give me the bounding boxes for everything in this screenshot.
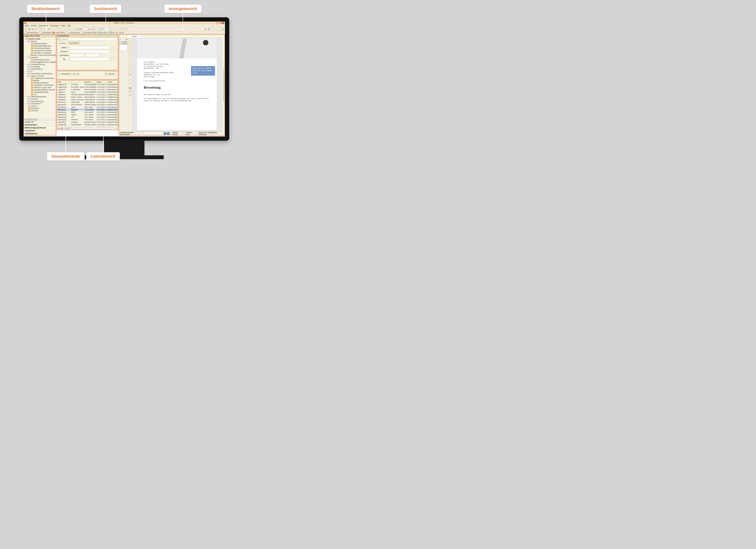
filter-inbearbeitung[interactable]: in Bearbeitung (66, 32, 80, 34)
page-number-input[interactable] (83, 28, 87, 30)
table-row[interactable]: BewerbungVittArno.Abend14.01.2021 10:3Be… (57, 116, 118, 118)
field-remove-button[interactable]: − (114, 58, 116, 61)
toolbar-lock-icon[interactable]: 🔒 (221, 28, 224, 31)
toolbar-undo-icon[interactable]: ↶ (56, 28, 59, 31)
close-thumb-icon[interactable]: ✕ (120, 38, 121, 40)
menu-hilfe[interactable]: Hilfe (67, 25, 70, 27)
tab-standard[interactable]: Standard (57, 42, 68, 45)
field-remove-button[interactable]: − (114, 46, 116, 49)
toolbar-icon[interactable]: ✉ (124, 28, 127, 31)
viewer-side-tabs[interactable]: Voransicht Volltext History Kommentare (222, 38, 225, 132)
menu-werkzeuge[interactable]: Werkzeuge (50, 25, 59, 27)
link-bezahlde[interactable]: 🌐 bezahl.de (98, 32, 108, 34)
cursor-icon[interactable]: ↖ (129, 38, 132, 41)
toolbar-print-icon[interactable]: 🖶 (48, 28, 51, 31)
crop-icon[interactable]: ◫ (129, 49, 132, 52)
tree-node[interactable]: ▾Lager & Versand (24, 75, 56, 77)
zoom-input[interactable] (99, 28, 108, 30)
toolbar-icon[interactable]: ☰ (24, 28, 27, 31)
note-icon[interactable]: 🗒 (129, 52, 132, 55)
zoom-icon[interactable]: 🔍 (129, 94, 132, 97)
grid-header[interactable]: Benutzer (84, 80, 96, 83)
bottom-section-item[interactable]: Arbeitsplatz (1) (24, 132, 56, 135)
menu-datei[interactable]: Datei (25, 25, 29, 27)
pen-icon[interactable]: ✎ (129, 66, 132, 69)
arrow-icon[interactable]: ↗ (129, 70, 132, 72)
tree-node[interactable]: ▸Öffentlichkeitsarbeit (24, 96, 56, 98)
table-row[interactable]: Angebot Mic IndustriesFiona.Fabelhaft14.… (57, 88, 118, 91)
document-canvas[interactable]: Bewerberin reicht weitere Unterlagen nac… (132, 38, 222, 132)
tree-node[interactable]: Belege (24, 79, 56, 82)
table-row[interactable]: Angebot Vng Inc.Fiona.Fabelhaft14.01.202… (57, 91, 118, 93)
viewer-search-next[interactable]: ↓ (164, 132, 166, 135)
bottom-section-item[interactable]: Wiedervorlage (3) Neu (3) (24, 126, 56, 129)
table-row[interactable]: ArbeitsvertTanja HaberDavid.Daberto14.01… (57, 101, 118, 103)
text-icon[interactable]: T (129, 63, 132, 65)
table-row[interactable]: BewerbungWeißArno.Abend14.01.2021 10:3Be… (57, 111, 118, 113)
bottom-section-item[interactable]: Lesezeichen (24, 129, 56, 132)
archive-tree[interactable]: ▾Muster GmbH ▾EinkaufEinkaufsanfragenEin… (24, 37, 56, 118)
highlight-icon[interactable]: ▭ (129, 56, 132, 59)
table-row[interactable]: ArbeitsvertMarkus HermannDavid.Daberto14… (57, 98, 118, 101)
tree-node[interactable]: ▸Shareholders (24, 102, 56, 105)
table-row[interactable]: Angebot Haor GmbHFiona.Fabelhaft14.01.20… (57, 83, 118, 86)
field-benutzer-dropdown[interactable]: ▾ (110, 50, 113, 53)
field-benutzer-input[interactable] (70, 50, 110, 53)
tree-node[interactable]: Versanddokumente (24, 91, 56, 93)
field-add-button[interactable]: + (110, 46, 113, 49)
table-row[interactable]: BewerbungHermannArno.Abend14.01.2021 10:… (57, 118, 118, 121)
tree-node[interactable]: Einkaufsbestätigungen (24, 45, 56, 47)
tree-node[interactable]: Qualitätszertifikate-Material (24, 89, 56, 91)
tree-node[interactable]: ▸IT (24, 70, 56, 72)
field-typ-label[interactable]: Typ (59, 58, 69, 61)
tree-hscrollbar[interactable] (24, 118, 56, 120)
toolbar-zoom-fit-icon[interactable]: ▭ (109, 28, 112, 31)
field-typ-input[interactable] (70, 58, 110, 61)
search-button[interactable]: ▶Suchen (105, 72, 116, 75)
toolbar-icon[interactable]: ⎙ (66, 28, 70, 31)
save-icon[interactable]: 💾 (129, 87, 132, 90)
toolbar-nav-next-icon[interactable]: ▶ (92, 28, 95, 31)
tree-node[interactable]: Ausgehende Lieferscheine (24, 77, 56, 79)
toolbar-search-icon[interactable]: 🔍 (39, 28, 43, 31)
redo-icon[interactable]: ↷ (129, 82, 132, 85)
viewer-search-prev[interactable]: ↑ (167, 132, 169, 135)
bottom-section-item[interactable]: Importer (0) (24, 121, 56, 123)
tree-node[interactable]: Einkaufsbestellungen (24, 47, 56, 49)
tree-node[interactable]: Verträge & Rahmenvereinbarungen (24, 54, 56, 56)
tree-node[interactable]: ▸Vertrieb (24, 105, 56, 107)
sticky-note[interactable]: Bewerberin reicht weitere Unterlagen nac… (191, 66, 215, 75)
tree-node[interactable]: Eingehende Lieferscheine (24, 84, 56, 86)
table-row[interactable]: KonfiguratioasermaschineGünther.Grantelh… (57, 123, 118, 126)
filter-originaldatei[interactable]: Originaldatei (39, 32, 52, 34)
bottom-section-item[interactable]: Administration (24, 123, 56, 126)
chk-anfang[interactable] (196, 132, 198, 134)
table-row[interactable]: ArbeitsvertMarius CramerDavid.Daberto14.… (57, 96, 118, 98)
tree-node[interactable]: unverteilt (24, 109, 56, 112)
field-volltext-input[interactable] (70, 46, 110, 49)
grid-scroll-up[interactable]: ▴ (115, 127, 117, 129)
table-row[interactable]: Angebot Maeto Gmbh - KopieFiona.Fabelhaf… (57, 86, 118, 88)
tree-node[interactable]: Einkaufsanfragen (24, 42, 56, 45)
tree-node[interactable]: Preislisten & Angebote (24, 52, 56, 54)
tree-node[interactable]: Material & Lager Listen (24, 86, 56, 89)
tree-node[interactable]: ▸Rechtsabteilung (24, 100, 56, 102)
toolbar-icon[interactable]: ⧉ (35, 28, 38, 31)
toolbar-icon[interactable]: ⚑ (121, 28, 124, 31)
tree-node[interactable]: ▸Herstellung (24, 65, 56, 68)
tree-node[interactable]: Korrespondenz Einkauf (24, 49, 56, 52)
tree-node[interactable]: papierkorb (24, 107, 56, 109)
hand-icon[interactable]: ✋ (129, 42, 132, 45)
window-close-button[interactable]: ✕ (222, 22, 224, 24)
toolbar-icon[interactable]: 📄 (214, 28, 217, 31)
filter-verknuepfungen[interactable]: Verknüpfungen (24, 32, 38, 34)
toolbar-nav-first-icon[interactable]: ⇤ (71, 28, 74, 31)
ocr-icon[interactable]: OCR (129, 90, 132, 93)
toolbar-nav-last-icon[interactable]: ⇥ (96, 28, 99, 31)
field-loeschdatum-from[interactable] (70, 54, 85, 57)
window-maximize-button[interactable]: ▢ (218, 22, 221, 24)
toolbar-icon[interactable]: 🗑 (207, 28, 210, 31)
viewer-tab[interactable]: Viewer (127, 35, 142, 38)
filter-aufwiedervorlage[interactable]: auf Wiedervorlage (81, 32, 97, 34)
tree-node[interactable]: ▸Instandhaltung (24, 68, 56, 70)
